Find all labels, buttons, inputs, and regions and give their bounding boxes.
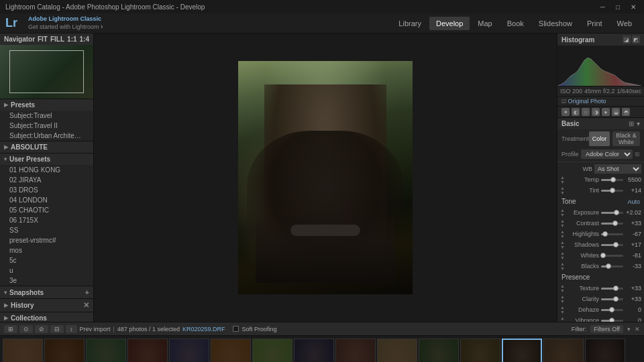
navigator-header[interactable]: Navigator FIT FILL 1:1 1:4 — [0, 34, 93, 45]
snapshots-header[interactable]: ▾ Snapshots + — [0, 286, 93, 298]
rating-filter-area[interactable]: Filter: Filters Off ▾ ✕ — [572, 325, 640, 333]
close-filter-icon[interactable]: ✕ — [635, 326, 640, 333]
film-thumb-8[interactable] — [294, 339, 334, 363]
zoom-fill[interactable]: FILL — [50, 36, 64, 43]
tone-icon-4[interactable]: ◑ — [592, 108, 600, 116]
histogram-icon-2[interactable]: ◩ — [632, 36, 640, 44]
tint-arrows[interactable]: ▲▼ — [560, 186, 565, 195]
film-thumb-14[interactable] — [543, 339, 584, 363]
preset-04[interactable]: 04 LONDON — [0, 195, 93, 205]
whites-arrows[interactable]: ▲▼ — [560, 251, 565, 260]
filmstrip[interactable] — [0, 335, 644, 362]
film-thumb-13[interactable] — [502, 339, 542, 363]
collections-header[interactable]: ▶ Collections — [0, 312, 93, 322]
preset-subject-urban[interactable]: Subject:Urban Architecture — [0, 131, 93, 141]
temp-thumb[interactable] — [610, 177, 616, 182]
history-clear-icon[interactable]: ✕ — [83, 301, 89, 310]
tab-book[interactable]: Book — [500, 17, 531, 30]
histogram-header[interactable]: Histogram ◪ ◩ — [557, 34, 644, 46]
filmstrip-icon-grid[interactable]: ⊞ — [4, 325, 17, 333]
history-header[interactable]: ▶ History ✕ — [0, 299, 93, 312]
tone-icon-5[interactable]: ● — [602, 108, 610, 116]
highlights-slider[interactable] — [601, 233, 623, 235]
filmstrip-icons[interactable]: ⊞ ⊙ ⊘ ⊟ ↕ — [4, 325, 77, 333]
preset-u[interactable]: u — [0, 265, 93, 276]
prev-import-label[interactable]: Prev import — [80, 326, 111, 333]
tone-icon-2[interactable]: ◐ — [572, 108, 580, 116]
snapshots-add-icon[interactable]: + — [85, 288, 89, 296]
tab-web[interactable]: Web — [610, 17, 639, 30]
tone-icon-7[interactable]: ◓ — [622, 108, 630, 116]
blacks-thumb[interactable] — [606, 263, 611, 269]
user-presets-header[interactable]: ▾ User Presets — [0, 154, 93, 165]
contrast-thumb[interactable] — [612, 221, 618, 226]
vibrance-arrows[interactable]: ▲▼ — [560, 316, 565, 322]
treatment-buttons[interactable]: Color Black & White — [589, 131, 640, 146]
vibrance-thumb[interactable] — [609, 318, 614, 322]
navigator-zoom-controls[interactable]: FIT FILL 1:1 1:4 — [38, 36, 89, 43]
preset-subject-travel-ii[interactable]: Subject:Travel II — [0, 121, 93, 131]
tone-auto-button[interactable]: Auto — [627, 198, 640, 205]
minimize-button[interactable]: ─ — [598, 3, 608, 11]
presets-header[interactable]: ▶ Presets — [0, 99, 93, 111]
profile-grid-icon[interactable]: ⊞ — [635, 151, 640, 158]
histogram-icons[interactable]: ◪ ◩ — [623, 36, 640, 44]
preset-3e[interactable]: 3e — [0, 276, 93, 286]
tab-develop[interactable]: Develop — [429, 17, 470, 30]
filmstrip-icon-before[interactable]: ⊘ — [35, 325, 48, 333]
contrast-slider[interactable] — [601, 223, 623, 225]
temp-slider[interactable] — [601, 179, 623, 181]
film-thumb-1[interactable] — [3, 339, 43, 363]
shadows-slider[interactable] — [601, 244, 623, 246]
tab-print[interactable]: Print — [580, 17, 609, 30]
clarity-arrows[interactable]: ▲▼ — [560, 294, 565, 304]
zoom-1-4[interactable]: 1:4 — [80, 36, 89, 43]
clarity-slider[interactable] — [601, 298, 623, 300]
profile-controls[interactable]: Adobe Color ⊞ — [581, 149, 640, 159]
color-treatment-button[interactable]: Color — [589, 131, 610, 146]
texture-thumb[interactable] — [613, 286, 619, 291]
tone-icon-1[interactable]: ✦ — [561, 108, 570, 116]
tab-library[interactable]: Library — [392, 17, 428, 30]
blacks-slider[interactable] — [601, 265, 623, 267]
histogram-icon-1[interactable]: ◪ — [623, 36, 631, 44]
preset-01[interactable]: 01 HONG KONG — [0, 165, 93, 175]
filmstrip-thumbs-container[interactable] — [3, 339, 625, 363]
exposure-arrows[interactable]: ▲▼ — [560, 208, 565, 217]
tint-thumb[interactable] — [610, 188, 615, 193]
film-thumb-9[interactable] — [335, 339, 376, 363]
film-thumb-10[interactable] — [377, 339, 417, 363]
tone-icon-3[interactable]: ○ — [582, 108, 590, 116]
profile-select[interactable]: Adobe Color — [581, 149, 633, 159]
basic-section-header[interactable]: Basic ⊞ ▾ — [557, 118, 644, 129]
close-button[interactable]: ✕ — [628, 3, 639, 11]
basic-expand-icon-1[interactable]: ⊞ — [629, 120, 634, 127]
tint-slider[interactable] — [601, 190, 623, 192]
blacks-arrows[interactable]: ▲▼ — [560, 261, 565, 271]
preset-03[interactable]: 03 DROS — [0, 185, 93, 195]
vibrance-slider[interactable] — [601, 320, 623, 322]
maximize-button[interactable]: □ — [613, 3, 623, 11]
tone-icon-6[interactable]: ◒ — [612, 108, 620, 116]
dehaze-slider[interactable] — [601, 309, 623, 311]
film-thumb-6[interactable] — [211, 339, 251, 363]
film-thumb-7[interactable] — [252, 339, 292, 363]
window-controls[interactable]: ─ □ ✕ — [598, 3, 639, 11]
film-thumb-5[interactable] — [169, 339, 209, 363]
film-thumb-12[interactable] — [460, 339, 500, 363]
preset-05[interactable]: 05 CHAOTIC — [0, 205, 93, 215]
texture-arrows[interactable]: ▲▼ — [560, 284, 565, 293]
soft-proof-area[interactable]: Soft Proofing — [233, 326, 276, 333]
module-tabs[interactable]: Library Develop Map Book Slideshow Print… — [392, 17, 639, 30]
preset-mos[interactable]: mos — [0, 245, 93, 255]
bw-treatment-button[interactable]: Black & White — [612, 131, 640, 146]
film-thumb-15[interactable] — [585, 339, 625, 363]
preset-02[interactable]: 02 JIRAYA — [0, 175, 93, 185]
film-thumb-11[interactable] — [419, 339, 459, 363]
highlights-thumb[interactable] — [602, 231, 608, 237]
shadows-arrows[interactable]: ▲▼ — [560, 240, 565, 249]
film-thumb-3[interactable] — [86, 339, 126, 363]
preset-5c[interactable]: 5c — [0, 255, 93, 265]
whites-slider[interactable] — [601, 255, 623, 257]
dehaze-thumb[interactable] — [609, 307, 614, 312]
